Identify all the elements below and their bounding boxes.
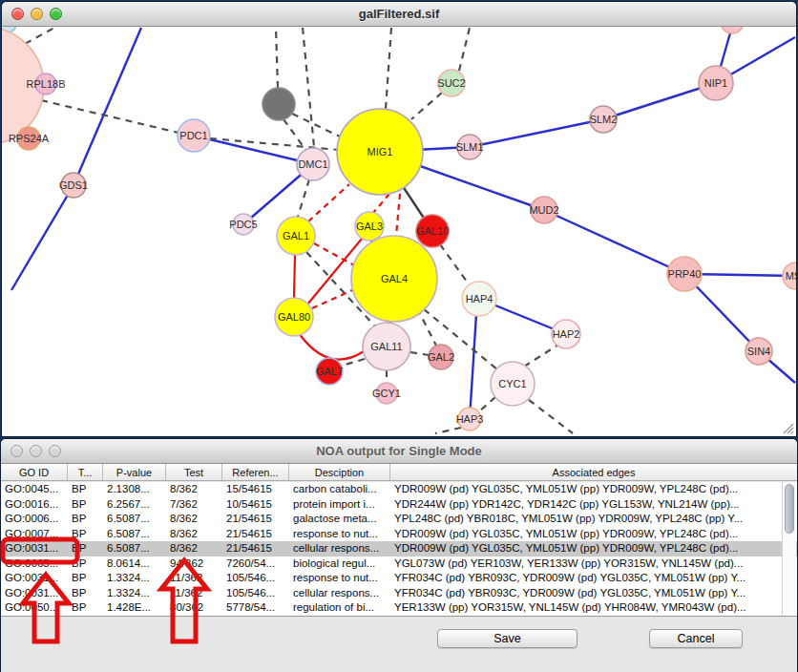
table-cell: GO:0006... [1,512,68,527]
network-edge[interactable] [41,100,178,133]
network-edge[interactable] [435,428,461,433]
network-canvas[interactable]: RPL18BRPS24AGDS1PDC1DMC1MIG1SUC2SLM1SLM2… [2,27,796,436]
table-cell: regulation of bi... [289,600,390,616]
network-edge[interactable] [470,299,477,419]
network-edge[interactable] [74,28,141,185]
table-row[interactable]: GO:0006...BP6.5087...8/36221/54615galact… [1,512,797,527]
column-header-test[interactable]: Test [166,464,222,480]
table-cell: cellular respons... [289,541,390,556]
scrollbar-thumb[interactable] [785,484,794,534]
table-row[interactable]: GO:0050...BP1.428E...80/3625778/54...reg… [1,600,797,616]
column-header-associatededges[interactable]: Associated edges [390,464,797,480]
table-cell: 80/362 [166,600,222,616]
table-cell: YGL073W (pd) YER103W, YER133W (pp) YOR31… [390,556,797,572]
network-edge[interactable] [11,185,74,290]
zoom-button-inactive[interactable] [49,445,61,457]
network-edge[interactable] [303,28,314,147]
node-label: GAL10 [416,225,449,237]
node-label: HAP2 [553,328,580,340]
node-label: MIG1 [368,146,393,158]
node-unlabeled[interactable] [721,27,744,33]
network-edge[interactable] [544,210,684,274]
table-cell: GO:0031... [1,571,68,586]
network-window-titlebar[interactable]: galFiltered.sif [2,2,796,27]
table-row[interactable]: GO:0016...BP6.2567...7/36210/54615protei… [1,497,797,513]
node-label: GDS1 [59,179,88,191]
node-label: GAL80 [278,311,310,323]
close-button[interactable] [11,8,24,20]
network-edge[interactable] [524,345,558,367]
vertical-scrollbar[interactable] [782,482,796,616]
node-label: SLM2 [590,114,618,125]
minimize-button-inactive[interactable] [30,445,42,457]
network-edge[interactable] [308,184,349,221]
minimize-button[interactable] [31,8,43,20]
table-cell: YFR034C (pd) YBR093C, YDR009W (pd) YGL03… [390,571,797,586]
network-edge[interactable] [299,333,364,360]
network-window-title: galFiltered.sif [359,7,440,21]
column-header-pvalue[interactable]: P-value [103,464,166,480]
network-edge[interactable] [459,28,470,71]
table-row[interactable]: GO:0031...BP1.3324...11/362105/546...cel… [1,586,797,601]
network-edge[interactable] [298,179,309,217]
resize-grip-icon[interactable] [781,421,794,434]
table-cell: GO:0065... [1,556,68,572]
table-row[interactable]: GO:0007...BP6.5087...8/36221/54615respon… [1,527,797,542]
table-cell: 8/362 [166,512,222,527]
column-header-t[interactable]: T... [68,464,103,480]
table-cell: BP [68,586,103,601]
table-cell: BP [68,512,103,527]
node-label: HAP3 [456,413,484,425]
table-cell: YER133W (pp) YOR315W, YNL145W (pd) YHR08… [390,600,797,616]
table-cell: 94/362 [166,556,222,572]
network-edge[interactable] [440,244,470,285]
table-row[interactable]: GO:0031...BP1.3324...11/362105/546...res… [1,571,797,586]
network-edge[interactable] [529,400,573,433]
network-edge[interactable] [386,28,391,109]
table-cell: 6.5087... [103,512,166,527]
network-edge[interactable] [294,255,295,298]
table-cell: 1.3324... [103,571,166,586]
network-edge[interactable] [276,28,278,88]
noa-window-title: NOA output for Single Mode [316,444,482,458]
table-row[interactable]: GO:0065...BP8.0614...94/3627260/54...bio… [1,556,797,572]
table-cell: 15/54615 [222,482,289,497]
node-unlabeled[interactable] [262,88,295,120]
column-header-referen[interactable]: Referen... [222,464,289,480]
network-edge[interactable] [479,397,495,411]
cancel-button[interactable]: Cancel [649,629,743,648]
network-edge[interactable] [470,119,603,147]
table-cell: response to nut... [289,571,390,586]
network-edge[interactable] [373,194,389,213]
table-row[interactable]: GO:0031...BP6.5087...8/36221/54615cellul… [1,541,797,556]
noa-output-window: NOA output for Single Mode GO IDT...P-va… [1,439,797,672]
noa-traffic-lights [10,445,61,457]
table-cell: YDR009W (pd) YGL035C, YML051W (pp) YDR00… [390,527,797,542]
network-edge[interactable] [194,136,313,164]
table-cell: 6.5087... [103,527,166,542]
network-traffic-lights [11,8,62,20]
noa-window-titlebar[interactable]: NOA output for Single Mode [1,439,797,464]
network-edge[interactable] [410,352,429,355]
table-cell: GO:0007... [1,527,68,542]
column-header-goid[interactable]: GO ID [1,464,68,480]
save-button[interactable]: Save [437,629,578,648]
node-label: GCY1 [372,388,401,399]
network-edge[interactable] [411,93,442,119]
close-button-inactive[interactable] [10,445,23,457]
zoom-button[interactable] [50,8,62,20]
table-cell: biological regul... [289,556,390,572]
table-cell: 7260/54... [222,556,289,572]
network-edge[interactable] [396,194,400,236]
table-cell: galactose meta... [289,512,390,527]
table-cell: 8.0614... [103,556,166,572]
table-cell: 8/362 [166,527,222,542]
table-cell: 5778/54... [222,600,289,616]
table-cell: BP [68,571,103,586]
network-edge[interactable] [292,114,342,137]
node-label: CYC1 [498,378,526,389]
column-header-desciption[interactable]: Desciption [289,464,390,480]
node-label: SIN4 [747,346,770,357]
table-row[interactable]: GO:0045...BP2.1308...8/36215/54615carbon… [1,482,797,497]
table-cell: 7/362 [166,497,222,513]
